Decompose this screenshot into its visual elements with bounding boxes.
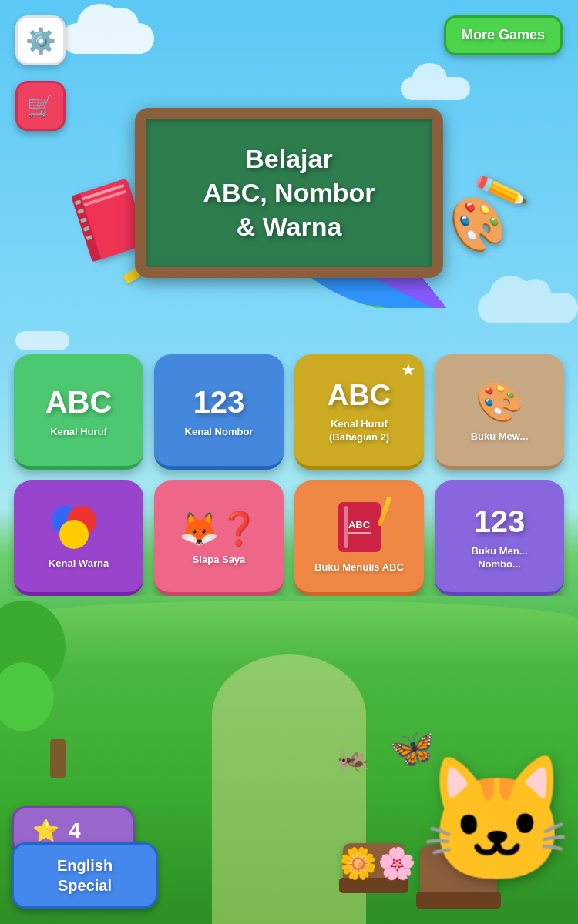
game-card-nombor[interactable]: 123 Buku Men...Nombo... [435, 480, 564, 596]
game-card-siapa[interactable]: 🦊❓ Siapa Saya [154, 480, 284, 596]
chalkboard-title: Belajar ABC, Nombor & Warna [176, 142, 402, 244]
abc2-card-label: Kenal Huruf(Bahagian 2) [329, 418, 389, 444]
siapa-icon: 🦊❓ [179, 510, 259, 547]
warna-card-label: Kenal Warna [49, 557, 109, 571]
buku-mew-icon: 🎨 [476, 380, 523, 424]
abc2-icon-text: ABC [328, 379, 391, 412]
english-special-button[interactable]: EnglishSpecial [12, 842, 158, 909]
123-icon-text: 123 [193, 385, 245, 420]
game-grid: ABC Kenal Huruf 123 Kenal Nombor ★ ABC K… [8, 354, 570, 596]
english-special-label: EnglishSpecial [29, 855, 140, 896]
cloud-2 [401, 77, 470, 100]
insect: 🦗 [335, 742, 370, 774]
gear-icon: ⚙️ [25, 26, 56, 55]
abc-icon-text: ABC [45, 385, 113, 420]
buku-mew-label: Buku Mew... [471, 430, 529, 444]
game-card-warna[interactable]: Kenal Warna [14, 480, 143, 596]
game-card-abc[interactable]: ABC Kenal Huruf [14, 354, 143, 470]
menulis-card-label: Buku Menulis ABC [314, 561, 404, 574]
nombor2-card-label: Buku Men...Nombo... [472, 545, 528, 571]
stars-count: 4 [69, 819, 81, 843]
cart-button[interactable]: 🛒 [15, 81, 66, 131]
game-card-buku-mew[interactable]: 🎨 Buku Mew... [435, 354, 564, 470]
cloud-3 [15, 331, 69, 350]
siapa-card-label: Siapa Saya [193, 554, 246, 567]
game-card-123[interactable]: 123 Kenal Nombor [154, 354, 284, 470]
cat-mascot: 🐱 [420, 758, 574, 882]
circle-yellow [59, 520, 89, 549]
more-games-label: More Games [462, 27, 545, 44]
abc-card-label: Kenal Huruf [50, 426, 107, 439]
cloud-4 [478, 293, 578, 323]
flowers: 🌼🌸 [339, 845, 416, 882]
color-circles-icon [52, 506, 106, 548]
tree-left [15, 593, 100, 793]
chalkboard: Belajar ABC, Nombor & Warna [135, 108, 443, 278]
game-card-abc2[interactable]: ★ ABC Kenal Huruf(Bahagian 2) [294, 354, 424, 470]
star-decoration: ★ [401, 360, 416, 380]
cloud-1 [62, 23, 154, 54]
cart-icon: 🛒 [27, 93, 54, 119]
123-card-label: Kenal Nombor [185, 426, 254, 439]
abc-book-icon: ABC [338, 502, 381, 552]
game-card-menulis[interactable]: ABC Buku Menulis ABC [294, 480, 424, 596]
more-games-button[interactable]: More Games [444, 15, 563, 55]
settings-button[interactable]: ⚙️ [15, 15, 66, 65]
star-icon: ⭐ [32, 818, 59, 843]
nombor2-icon-text: 123 [474, 504, 526, 539]
